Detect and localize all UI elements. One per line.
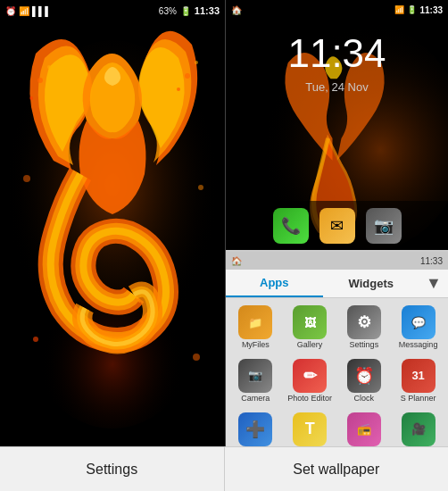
app-icon: 31 (402, 359, 436, 393)
app-icon: 💬 (402, 305, 436, 339)
app-icon: 📷 (238, 359, 272, 393)
drawer-arrow[interactable]: ▼ (419, 270, 448, 297)
list-item[interactable]: ➕Calculator (229, 409, 282, 446)
svg-point-12 (193, 354, 200, 361)
dock-camera-icon[interactable]: 📷 (366, 208, 402, 244)
phone-status-bar: 🏠 📶 🔋 11:33 (226, 0, 448, 20)
svg-point-5 (29, 96, 33, 100)
app-label: Clock (354, 395, 375, 404)
app-icon: ⚙ (347, 305, 381, 339)
app-icon: 🖼 (293, 305, 327, 339)
drawer-home-icon: 🏠 (231, 256, 242, 266)
phone-call-icon: 📞 (281, 216, 301, 236)
dock-email-icon[interactable]: ✉ (319, 208, 355, 244)
right-panel: 🏠 📶 🔋 11:33 11:34 Tue, 24 Nov 📞 ✉ (225, 0, 448, 446)
svg-point-11 (33, 337, 38, 342)
camera-icon: 📷 (374, 216, 394, 236)
svg-point-4 (47, 65, 51, 69)
app-icon: 📁 (238, 305, 272, 339)
phone-home-icon: 🏠 (231, 5, 242, 15)
list-item[interactable]: ⏰Clock (338, 355, 391, 407)
lock-screen-date: Tue, 24 Nov (226, 80, 448, 94)
left-status-icons: ⏰ 📶 ▌▌▌ (5, 6, 51, 16)
phone-status-right: 📶 🔋 11:33 (394, 5, 443, 15)
app-icon: 🎥 (402, 412, 436, 446)
app-grid: 📁MyFiles🖼Gallery⚙Settings💬Messaging📷Came… (226, 298, 448, 446)
drawer-status-bar: 🏠 11:33 (226, 252, 448, 270)
drawer-tabs: Apps Widgets ▼ (226, 270, 448, 298)
set-wallpaper-button[interactable]: Set wallpaper (225, 447, 449, 491)
phone-time: 11:33 (419, 5, 443, 15)
svg-point-8 (177, 87, 180, 91)
app-label: MyFiles (242, 341, 270, 350)
left-status-right: 63% 🔋 11:33 (159, 5, 220, 16)
list-item[interactable]: TMemo (284, 409, 336, 446)
app-icon: 📻 (347, 412, 381, 446)
drawer-time: 11:33 (420, 256, 443, 266)
main-area: ⏰ 📶 ▌▌▌ 63% 🔋 11:33 (0, 0, 448, 446)
app-label: Photo Editor (287, 395, 332, 404)
list-item[interactable]: 📻FM Radio (338, 409, 391, 446)
phone-dock: 📞 ✉ 📷 (226, 201, 448, 250)
list-item[interactable]: 📁MyFiles (229, 302, 282, 354)
app-label: Gallery (297, 341, 323, 350)
alarm-icon: ⏰ (5, 6, 16, 16)
list-item[interactable]: 🖼Gallery (284, 302, 336, 354)
app-icon: ⏰ (347, 359, 381, 393)
list-item[interactable]: 31S Planner (392, 355, 444, 407)
settings-button[interactable]: Settings (0, 447, 225, 491)
app-icon: T (293, 412, 327, 446)
list-item[interactable]: ✏Photo Editor (284, 355, 336, 407)
list-item[interactable]: 🎥Video Recorder (392, 409, 444, 446)
left-time: 11:33 (195, 5, 220, 16)
lock-screen-time: 11:34 (226, 31, 448, 76)
svg-point-7 (195, 61, 198, 64)
app-label: Camera (241, 395, 270, 404)
email-icon: ✉ (330, 216, 344, 236)
tab-widgets[interactable]: Widgets (323, 270, 420, 297)
app-label: Settings (350, 341, 379, 350)
bottom-buttons: Settings Set wallpaper (0, 446, 448, 491)
svg-point-6 (185, 73, 190, 79)
left-status-bar: ⏰ 📶 ▌▌▌ 63% 🔋 11:33 (0, 0, 225, 21)
phone-screen: 🏠 📶 🔋 11:33 11:34 Tue, 24 Nov 📞 ✉ (226, 0, 448, 250)
left-panel: ⏰ 📶 ▌▌▌ 63% 🔋 11:33 (0, 0, 225, 446)
svg-point-10 (198, 185, 203, 190)
list-item[interactable]: ⚙Settings (338, 302, 391, 354)
app-icon: ✏ (293, 359, 327, 393)
svg-point-9 (23, 175, 30, 182)
app-label: S Planner (401, 395, 436, 404)
wifi-icon: 📶 (19, 6, 29, 16)
app-drawer: 🏠 11:33 Apps Widgets ▼ 📁MyFiles🖼Gallery⚙… (226, 250, 448, 446)
battery-icon: 🔋 (180, 6, 191, 16)
list-item[interactable]: 📷Camera (229, 355, 282, 407)
signal-icon: ▌▌▌ (32, 6, 51, 16)
svg-point-3 (37, 78, 43, 83)
tab-apps[interactable]: Apps (226, 270, 323, 297)
app-label: Messaging (399, 341, 438, 350)
battery-percent: 63% (159, 6, 177, 16)
dock-phone-icon[interactable]: 📞 (273, 208, 309, 244)
list-item[interactable]: 💬Messaging (392, 302, 444, 354)
app-icon: ➕ (238, 412, 272, 446)
